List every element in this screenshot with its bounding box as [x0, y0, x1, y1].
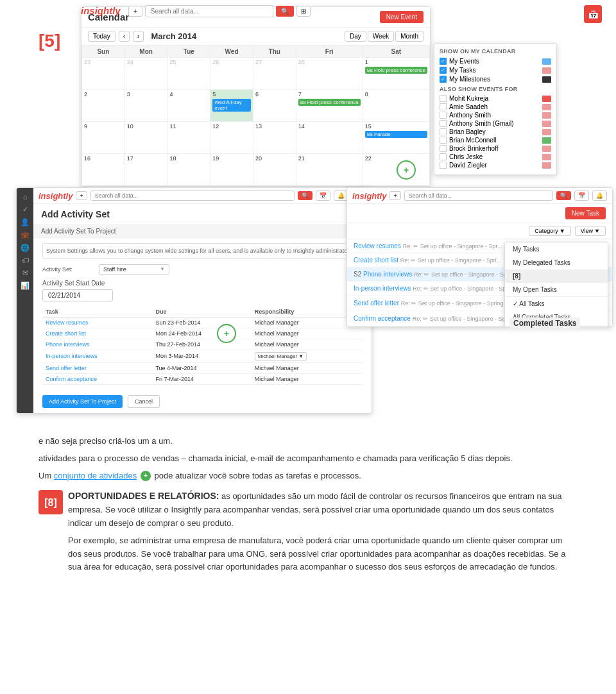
- checkbox-chris[interactable]: [440, 153, 447, 160]
- task-due: Mon 24-Feb-2014: [152, 328, 251, 339]
- cal-cell[interactable]: 9: [82, 122, 125, 154]
- cal-cell[interactable]: 23: [82, 58, 125, 90]
- cal-cell[interactable]: 18: [167, 154, 210, 186]
- checkbox-amie[interactable]: [440, 103, 447, 110]
- tasks-search-submit-btn[interactable]: 🔍: [556, 191, 571, 200]
- sidebar-globe-icon[interactable]: 🌐: [21, 244, 30, 252]
- dropdown-delegated[interactable]: My Delegated Tasks: [505, 256, 608, 269]
- dropdown-my-tasks[interactable]: My Tasks: [505, 242, 608, 256]
- sidebar-check-icon[interactable]: ✓: [22, 205, 28, 214]
- cal-cell[interactable]: 5Wed All-day event: [210, 90, 253, 122]
- cal-header-fri: Fri: [296, 46, 363, 58]
- checkbox-brian-b[interactable]: [440, 128, 447, 135]
- chris-label: Chris Jeske: [449, 153, 540, 160]
- col-task: Task: [42, 307, 152, 317]
- task-due: Sun 23-Feb-2014: [152, 317, 251, 328]
- bracket-label-5: [5]: [38, 32, 60, 50]
- cal-cell[interactable]: 3: [125, 90, 168, 122]
- sidebar-mail-icon[interactable]: ✉: [22, 269, 28, 277]
- show-panel-title: SHOW ON MY CALENDAR: [440, 48, 551, 55]
- brian-m-label: Brian McConnell: [449, 137, 540, 144]
- top-grid-btn[interactable]: ⊞: [296, 6, 311, 17]
- sidebar-chart-icon[interactable]: 📊: [21, 282, 30, 290]
- activity-set-link[interactable]: conjunto de atividades: [54, 471, 137, 480]
- cal-cell[interactable]: 26: [210, 58, 253, 90]
- cal-cell[interactable]: 28: [296, 58, 363, 90]
- cal-cell[interactable]: 8: [363, 90, 430, 122]
- calendar-screenshot: Calendar New Event Today ‹ › March 2014 …: [81, 6, 431, 187]
- view-btn[interactable]: View ▼: [575, 226, 606, 236]
- sidebar-home-icon[interactable]: ⌂: [23, 193, 28, 201]
- checkbox-anthony1[interactable]: [440, 112, 447, 119]
- next-btn[interactable]: ›: [133, 31, 144, 42]
- checkbox-events[interactable]: ✓: [440, 58, 447, 65]
- cal-cell[interactable]: 24: [125, 58, 168, 90]
- cal-cell[interactable]: 25: [167, 58, 210, 90]
- task-resp: Michael Manager ▼: [252, 350, 363, 362]
- activity-search-btn[interactable]: 🔍: [298, 191, 312, 200]
- cal-cell[interactable]: 11: [167, 122, 210, 154]
- activity-icon-btn1[interactable]: 📅: [316, 190, 330, 201]
- tasks-label: My Tasks: [449, 67, 540, 74]
- cal-cell[interactable]: 2: [82, 90, 125, 122]
- activity-insightly-logo: insightly: [38, 191, 73, 201]
- activity-set-field-label: Activity Set:: [42, 266, 94, 273]
- tasks-cal-btn[interactable]: 📅: [574, 190, 589, 201]
- sidebar-briefcase-icon[interactable]: 💼: [21, 231, 30, 239]
- start-date-input[interactable]: [42, 289, 113, 301]
- cancel-btn[interactable]: Cancel: [128, 395, 160, 408]
- dropdown-all-tasks[interactable]: ✓ All Tasks: [505, 297, 608, 310]
- checkbox-brian-m[interactable]: [440, 137, 447, 144]
- new-task-btn[interactable]: New Task: [565, 207, 606, 219]
- section-8-heading-para: OPORTUNIDADES E RELATÓRIOS: as oportunid…: [68, 489, 578, 530]
- activity-set-dropdown[interactable]: Staff hire ▼: [99, 264, 169, 275]
- cal-cell[interactable]: 18a Hold press conference: [363, 58, 430, 90]
- cal-cell[interactable]: 158a Parade: [363, 122, 430, 154]
- cal-cell[interactable]: 10: [125, 122, 168, 154]
- day-view-btn[interactable]: Day: [345, 31, 366, 42]
- activity-search-input[interactable]: [90, 190, 295, 201]
- checkbox-brock[interactable]: [440, 145, 447, 152]
- month-view-btn[interactable]: Month: [395, 31, 424, 42]
- dropdown-all-open[interactable]: All Open Tasks: [505, 324, 608, 327]
- cal-header-mon: Mon: [125, 46, 168, 58]
- cal-cell[interactable]: 21: [296, 154, 363, 186]
- add-activity-set-btn[interactable]: Add Activity Set To Project: [42, 395, 123, 408]
- new-event-btn[interactable]: New Event: [380, 11, 424, 23]
- cal-cell[interactable]: 78a Hold press conference: [296, 90, 363, 122]
- events-label: My Events: [449, 58, 540, 65]
- sidebar-person-icon[interactable]: 👤: [21, 218, 30, 226]
- cal-cell[interactable]: 6: [253, 90, 296, 122]
- cal-cell[interactable]: 27: [253, 58, 296, 90]
- cal-cell[interactable]: 19: [210, 154, 253, 186]
- cal-cell[interactable]: 4: [167, 90, 210, 122]
- checkbox-david[interactable]: [440, 162, 447, 169]
- checkbox-mohit[interactable]: [440, 95, 447, 102]
- category-btn[interactable]: Category ▼: [529, 226, 570, 236]
- cal-cell[interactable]: 14: [296, 122, 363, 154]
- sidebar-tag-icon[interactable]: 🏷: [22, 257, 29, 264]
- tasks-plus-btn[interactable]: +: [389, 191, 400, 200]
- today-btn[interactable]: Today: [88, 31, 116, 42]
- week-view-btn[interactable]: Week: [368, 31, 394, 42]
- dropdown-my-open[interactable]: My Open Tasks: [505, 283, 608, 296]
- cal-cell[interactable]: 12: [210, 122, 253, 154]
- prev-btn[interactable]: ‹: [119, 31, 130, 42]
- activity-plus-btn[interactable]: +: [76, 191, 87, 200]
- cal-cell[interactable]: 16: [82, 154, 125, 186]
- top-plus-btn[interactable]: +: [128, 6, 142, 17]
- tasks-search-input[interactable]: [404, 190, 553, 201]
- calendar-icon-btn[interactable]: 📅: [584, 5, 602, 23]
- checkbox-tasks[interactable]: ✓: [440, 67, 447, 74]
- checkbox-milestones[interactable]: ✓: [440, 76, 447, 83]
- cal-cell[interactable]: 13: [253, 122, 296, 154]
- top-search-btn[interactable]: 🔍: [276, 6, 294, 17]
- task-resp: Michael Manager: [252, 328, 363, 339]
- checkbox-anthony2[interactable]: [440, 120, 447, 127]
- dropdown-my-completed[interactable]: [8]: [505, 269, 608, 283]
- top-search-input[interactable]: [145, 5, 273, 17]
- tasks-bell-btn[interactable]: 🔔: [592, 190, 607, 201]
- cal-cell[interactable]: 17: [125, 154, 168, 186]
- dropdown-all-completed[interactable]: All Completed Tasks: [505, 310, 608, 324]
- cal-cell[interactable]: 20: [253, 154, 296, 186]
